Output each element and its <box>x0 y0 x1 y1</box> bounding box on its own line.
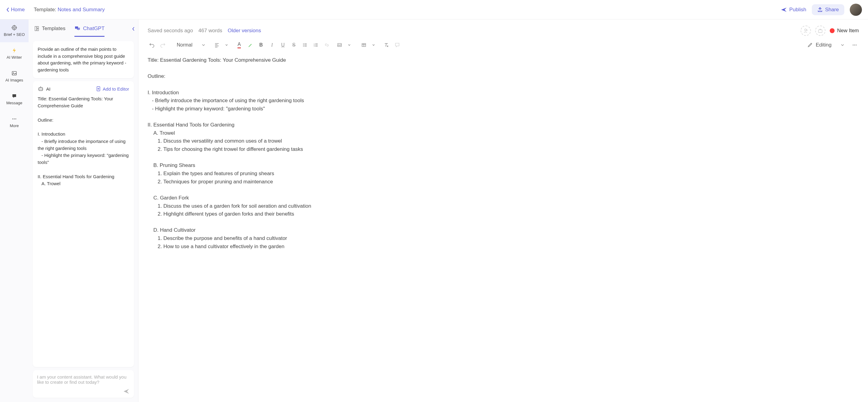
main-area: Brief + SEO AI Writer AI Images Message … <box>0 20 868 402</box>
font-color-button[interactable]: A <box>235 41 244 49</box>
table-button[interactable] <box>360 41 368 49</box>
bolt-icon <box>11 48 17 53</box>
bold-button[interactable]: B <box>257 41 266 49</box>
numbered-list-icon: 123 <box>313 42 318 48</box>
svg-point-5 <box>14 119 15 119</box>
templates-icon <box>34 26 39 31</box>
home-link[interactable]: Home <box>6 7 25 13</box>
document-line[interactable]: 1. Discuss the versatility and common us… <box>148 138 850 145</box>
assistant-input[interactable] <box>37 374 130 393</box>
strike-icon: S <box>292 42 296 48</box>
rail-more[interactable]: More <box>0 111 29 134</box>
paragraph-style-select[interactable]: Normal <box>174 41 208 49</box>
document-line[interactable]: 2. Tips for choosing the right trowel fo… <box>148 146 850 153</box>
svg-point-1 <box>13 27 15 29</box>
document-line[interactable]: Title: Essential Gardening Tools: Your C… <box>148 57 850 64</box>
add-document-icon <box>96 86 101 91</box>
document-line[interactable]: - Highlight the primary keyword: "garden… <box>148 105 850 113</box>
topbar-right: New Item <box>801 26 859 36</box>
italic-button[interactable]: I <box>268 41 276 49</box>
document-line[interactable] <box>148 81 850 88</box>
image-button[interactable] <box>335 41 344 49</box>
document-line[interactable]: A. Trowel <box>148 130 850 137</box>
saved-status: Saved seconds ago <box>148 28 193 34</box>
align-dropdown[interactable] <box>222 41 231 49</box>
chevron-down-icon <box>348 44 351 47</box>
highlight-button[interactable] <box>246 41 254 49</box>
underline-button[interactable]: U <box>279 41 287 49</box>
user-avatar[interactable] <box>850 4 862 16</box>
header-right: Publish Share <box>781 4 862 16</box>
briefcase-icon <box>818 28 823 33</box>
document-line[interactable] <box>148 65 850 73</box>
tab-chatgpt-label: ChatGPT <box>83 26 104 32</box>
svg-point-11 <box>805 29 806 31</box>
rail-brief-seo[interactable]: Brief + SEO <box>0 20 29 42</box>
image-dropdown[interactable] <box>345 41 353 49</box>
document-body[interactable]: Title: Essential Gardening Tools: Your C… <box>138 54 868 402</box>
document-line[interactable]: 2. Highlight different types of garden f… <box>148 210 850 218</box>
rail-message[interactable]: Message <box>0 88 29 111</box>
document-line[interactable]: - Briefly introduce the importance of us… <box>148 97 850 105</box>
align-button[interactable] <box>213 41 221 49</box>
document-line[interactable]: Outline: <box>148 73 850 80</box>
new-item-badge[interactable]: New Item <box>830 28 859 34</box>
left-rail: Brief + SEO AI Writer AI Images Message … <box>0 20 29 402</box>
add-collaborator-placeholder[interactable] <box>801 26 811 36</box>
document-line[interactable] <box>148 186 850 194</box>
document-line[interactable]: II. Essential Hand Tools for Gardening <box>148 121 850 129</box>
publish-button[interactable]: Publish <box>781 7 806 13</box>
document-line[interactable]: 1. Explain the types and features of pru… <box>148 170 850 178</box>
bullet-list-button[interactable] <box>301 41 309 49</box>
side-panel: Templates ChatGPT Provide an outline of … <box>29 20 138 402</box>
svg-point-6 <box>16 119 17 119</box>
add-to-editor-button[interactable]: Add to Editor <box>96 86 129 91</box>
link-button[interactable] <box>322 41 331 49</box>
document-line[interactable]: B. Pruning Shears <box>148 162 850 169</box>
tab-chatgpt[interactable]: ChatGPT <box>74 23 104 37</box>
share-button[interactable]: Share <box>812 4 844 15</box>
document-line[interactable] <box>148 154 850 162</box>
send-button[interactable] <box>123 388 130 395</box>
document-line[interactable]: 2. Techniques for proper pruning and mai… <box>148 178 850 186</box>
response-header: AI Add to Editor <box>38 86 129 91</box>
older-versions-link[interactable]: Older versions <box>228 28 261 34</box>
document-line[interactable]: C. Garden Fork <box>148 194 850 202</box>
clear-format-button[interactable] <box>382 41 391 49</box>
redo-button[interactable] <box>158 41 167 49</box>
more-toolbar-button[interactable] <box>850 41 859 49</box>
add-to-editor-label: Add to Editor <box>103 86 129 91</box>
template-name[interactable]: Notes and Summary <box>58 7 105 12</box>
svg-point-8 <box>40 89 40 89</box>
document-line[interactable] <box>148 113 850 121</box>
tab-templates[interactable]: Templates <box>34 23 65 37</box>
home-label: Home <box>11 7 25 13</box>
undo-button[interactable] <box>148 41 156 49</box>
rail-images-label: AI Images <box>5 78 23 82</box>
image-icon <box>337 42 342 48</box>
document-line[interactable]: 1. Describe the purpose and benefits of … <box>148 235 850 242</box>
rail-message-label: Message <box>6 100 23 105</box>
calendar-placeholder[interactable] <box>815 26 826 36</box>
italic-icon: I <box>271 42 273 48</box>
svg-point-21 <box>853 45 854 46</box>
rail-ai-writer[interactable]: AI Writer <box>0 42 29 65</box>
table-dropdown[interactable] <box>369 41 378 49</box>
editing-mode-select[interactable]: Editing <box>807 41 859 49</box>
rail-ai-images[interactable]: AI Images <box>0 65 29 88</box>
strikethrough-button[interactable]: S <box>290 41 298 49</box>
document-line[interactable]: I. Introduction <box>148 89 850 97</box>
document-line[interactable]: 1. Discuss the uses of a garden fork for… <box>148 203 850 210</box>
font-color-icon: A <box>238 42 241 48</box>
comment-button[interactable] <box>393 41 402 49</box>
numbered-list-button[interactable]: 123 <box>312 41 320 49</box>
clear-format-icon <box>383 42 389 48</box>
underline-icon: U <box>281 42 285 48</box>
prompt-text: Provide an outline of the main points to… <box>38 46 129 73</box>
svg-point-0 <box>12 26 17 30</box>
collapse-panel-button[interactable] <box>130 25 136 33</box>
document-line[interactable]: 2. How to use a hand cultivator effectiv… <box>148 243 850 251</box>
chevron-left-icon <box>6 7 10 12</box>
document-line[interactable]: D. Hand Cultivator <box>148 227 850 234</box>
document-line[interactable] <box>148 219 850 226</box>
